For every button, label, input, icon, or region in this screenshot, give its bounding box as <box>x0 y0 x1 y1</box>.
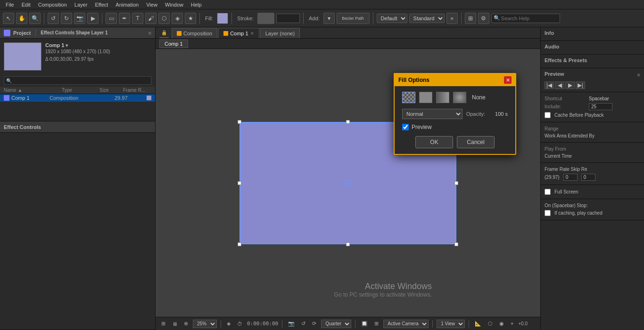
tool-camera[interactable]: 📷 <box>74 13 85 24</box>
play-from-value: Current Time <box>545 153 572 159</box>
cache-checkbox[interactable] <box>545 112 551 118</box>
fill-ok-btn[interactable]: OK <box>415 136 453 148</box>
if-caching-checkbox[interactable] <box>545 210 551 216</box>
vc-views-dropdown[interactable]: 1 View <box>437 320 465 328</box>
tab-comp1[interactable]: Comp 1 ✕ <box>218 28 259 38</box>
preview-first-btn[interactable]: |◀ <box>545 81 554 89</box>
info-title: Info <box>545 30 640 36</box>
layout-dropdown[interactable]: Standard <box>409 14 445 23</box>
table-header: Name ▲ Type Size Frame R... <box>0 87 155 94</box>
menu-edit[interactable]: Edit <box>18 1 34 8</box>
vc-grid-btn[interactable]: ⊞ <box>159 320 167 328</box>
handle-mr[interactable] <box>454 181 458 185</box>
dialog-close-btn[interactable]: ✕ <box>504 76 512 84</box>
vc-snap-btn[interactable]: 📷 <box>286 320 297 328</box>
project-icon <box>4 30 10 36</box>
search-input[interactable] <box>501 16 558 21</box>
fill-preview-checkbox[interactable] <box>402 124 409 130</box>
tab-comp1-close[interactable]: ✕ <box>250 31 254 36</box>
tool-zoom[interactable]: 🔍 <box>29 13 41 24</box>
tab-layer[interactable]: Layer (none) <box>260 28 300 38</box>
add-dropdown[interactable]: ▾ <box>323 13 335 24</box>
vc-3d-btn[interactable]: ⟳ <box>310 320 318 328</box>
stroke-swatch[interactable] <box>257 13 274 24</box>
tool-redo[interactable]: ↻ <box>61 13 72 24</box>
vc-opengl-btn[interactable]: ◉ <box>497 320 506 328</box>
search-icon: 🔍 <box>494 15 500 21</box>
preview-info-2: Δ 0;00;30;00, 29.97 fps <box>45 56 110 63</box>
effect-controls: Effect Controls <box>0 121 155 330</box>
vc-monitor-btn[interactable]: 🖥 <box>170 320 179 328</box>
preview-play-btn[interactable]: ▶ <box>565 81 575 89</box>
fill-cancel-btn[interactable]: Cancel <box>457 136 495 148</box>
workspace-dropdown[interactable]: Default <box>377 14 407 23</box>
vc-colormanage-btn[interactable]: 🔲 <box>359 320 370 328</box>
fill-radial-btn[interactable] <box>453 92 466 103</box>
vc-safe-btn[interactable]: ⊕ <box>182 320 190 328</box>
preview-options-icon[interactable]: ≡ <box>637 72 640 78</box>
vc-render-btn[interactable]: 📐 <box>473 320 483 328</box>
tool-puppet[interactable]: ★ <box>185 13 196 24</box>
project-search-input[interactable] <box>4 76 151 85</box>
handle-br[interactable] <box>454 242 458 246</box>
tool-undo[interactable]: ↺ <box>48 13 59 24</box>
viewer-comp-tab[interactable]: Comp 1 <box>159 40 188 48</box>
menu-file[interactable]: File <box>2 1 18 8</box>
tool-preview[interactable]: ▶ <box>87 13 99 24</box>
vc-camera-dropdown[interactable]: Active Camera <box>383 320 429 328</box>
vc-toggle-btn[interactable]: ⊞ <box>372 320 380 328</box>
handle-tl[interactable] <box>238 120 241 124</box>
menu-effect[interactable]: Effect <box>91 1 112 8</box>
menu-window[interactable]: Window <box>161 1 187 8</box>
handle-ml[interactable] <box>238 181 241 185</box>
menu-layer[interactable]: Layer <box>71 1 91 8</box>
project-search-bar <box>0 74 155 87</box>
full-screen-checkbox[interactable] <box>545 189 551 195</box>
handle-bl[interactable] <box>238 242 241 246</box>
tool-mask-rect[interactable]: ▭ <box>106 13 117 24</box>
vc-time-btn[interactable]: ⏱ <box>235 320 244 328</box>
fill-checker-btn[interactable] <box>402 92 415 103</box>
fill-swatch[interactable] <box>217 13 228 24</box>
vc-motion-btn[interactable]: ↺ <box>299 320 307 328</box>
fill-blend-dropdown[interactable]: Normal <box>402 109 462 119</box>
if-caching-row: If caching, play cached <box>545 209 640 217</box>
vc-zoom-dropdown[interactable]: 25% <box>193 320 217 328</box>
fill-solid-btn[interactable] <box>419 92 432 103</box>
tool-select[interactable]: ↖ <box>3 13 14 24</box>
comp-dropdown-icon[interactable]: ▾ <box>66 43 68 48</box>
handle-bc[interactable] <box>346 242 350 246</box>
stroke-width[interactable] <box>276 14 300 23</box>
preview-section: Preview ≡ |◀ ◀ ▶ ▶| <box>541 68 644 92</box>
tool-pen[interactable]: ✒ <box>119 13 130 24</box>
frame-rate-input[interactable] <box>563 174 578 181</box>
vc-quality-dropdown[interactable]: Quarter <box>321 320 351 328</box>
viewer-btn[interactable]: ⊞ <box>465 13 476 24</box>
menu-help[interactable]: Help <box>187 1 206 8</box>
table-row[interactable]: Comp 1 Composition 29.97 <box>0 94 155 102</box>
tool-type[interactable]: T <box>132 13 143 24</box>
preview-next-btn[interactable]: ▶| <box>576 81 585 89</box>
tool-clone[interactable]: ⬡ <box>158 13 170 24</box>
fill-preview-label: Preview <box>412 124 432 130</box>
fill-linear-btn[interactable] <box>436 92 449 103</box>
vc-res-btn[interactable]: ◈ <box>225 320 232 328</box>
tool-hand[interactable]: ✋ <box>16 13 27 24</box>
menu-animation[interactable]: Animation <box>112 1 142 8</box>
tab-comp1-label: Comp 1 <box>230 31 248 36</box>
preview-info-1: 1920 x 1080 (480 x 270) (1.00) <box>45 48 110 56</box>
panel-expand-btn[interactable]: ≡ <box>149 30 151 36</box>
menu-view[interactable]: View <box>142 1 161 8</box>
bezier-path-btn[interactable]: Bezier Path <box>337 13 370 24</box>
menu-composition[interactable]: Composition <box>34 1 71 8</box>
frame-skip-input[interactable] <box>581 174 595 181</box>
include-input[interactable] <box>589 103 612 110</box>
vc-3d-view-btn[interactable]: ⬡ <box>486 320 495 328</box>
expand-toolbar[interactable]: » <box>446 13 458 24</box>
vc-offset-btn[interactable]: ⌖ <box>509 320 515 328</box>
preview-prev-btn[interactable]: ◀ <box>555 81 564 89</box>
tool-shape[interactable]: ◈ <box>172 13 183 24</box>
handle-tc[interactable] <box>346 120 350 124</box>
tool-brush[interactable]: 🖌 <box>145 13 157 24</box>
settings-btn[interactable]: ⚙ <box>478 13 489 24</box>
